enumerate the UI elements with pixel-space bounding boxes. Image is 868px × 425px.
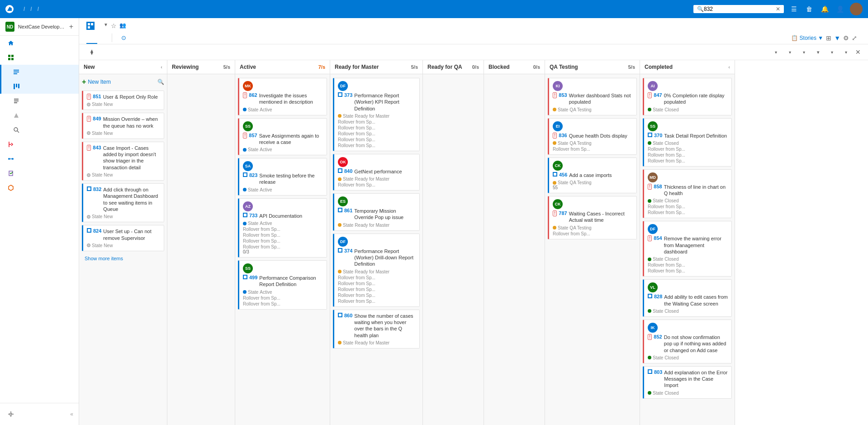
view-as-backlog-btn[interactable]: ⊙ bbox=[116, 32, 133, 44]
state-label: State bbox=[558, 180, 568, 185]
filter-icon[interactable]: ▼ bbox=[834, 34, 840, 42]
sidebar-item-pipelines[interactable] bbox=[0, 152, 79, 166]
filter-parent-work-item[interactable]: ▾ bbox=[840, 48, 851, 56]
table-row[interactable]: 860Show the number of cases waiting when… bbox=[333, 310, 420, 349]
story-icon bbox=[648, 133, 652, 138]
state-label: State bbox=[248, 187, 258, 192]
title-team-icon[interactable]: 👥 bbox=[119, 22, 126, 29]
show-more-link[interactable]: Show more items bbox=[82, 254, 164, 263]
state-value: Ready for Master bbox=[355, 114, 389, 119]
col-header-new: New‹ bbox=[79, 60, 167, 74]
tab-board[interactable] bbox=[86, 32, 97, 44]
sidebar-item-work-items[interactable] bbox=[0, 65, 79, 79]
sidebar-item-test-plans[interactable] bbox=[0, 166, 79, 181]
state-dot bbox=[338, 177, 342, 181]
col-body-rfm: DF373Performance Report (Worker) KPI Rep… bbox=[330, 74, 422, 425]
table-row[interactable]: MD!858Thickness of line in chart on Q he… bbox=[643, 169, 732, 219]
table-row[interactable]: EI!836Queue health Dots displayStateQA T… bbox=[548, 118, 637, 155]
settings-gear-icon[interactable]: ⚙ bbox=[843, 34, 849, 42]
filter-tags[interactable]: ▾ bbox=[797, 48, 809, 56]
chevron-down-icon: ▾ bbox=[817, 50, 819, 55]
card-id: 853 bbox=[559, 92, 567, 98]
sidebar-item-repos[interactable] bbox=[0, 137, 79, 152]
sidebar-item-boards[interactable] bbox=[0, 79, 79, 94]
table-row[interactable]: CK456Add a case importsStateQA Testing55 bbox=[548, 158, 637, 193]
table-row[interactable]: DF374Performance Report (Worker) Drill-d… bbox=[333, 234, 420, 307]
sidebar-item-queries[interactable] bbox=[0, 123, 79, 137]
filter-sprint[interactable]: ▾ bbox=[811, 48, 823, 56]
card-id: 858 bbox=[654, 184, 662, 189]
sidebar-item-project-settings[interactable]: « bbox=[0, 407, 79, 421]
sidebar-item-sprints[interactable] bbox=[0, 108, 79, 123]
table-row[interactable]: MK!862Investigate the issues mentioned i… bbox=[238, 78, 327, 115]
card-id: 851 bbox=[93, 94, 101, 99]
user-avatar[interactable] bbox=[850, 3, 863, 15]
table-row[interactable]: SA823Smoke testing before the releaseSta… bbox=[238, 158, 327, 196]
table-row[interactable]: !843Case Import - Cases added by import … bbox=[82, 142, 164, 181]
table-row[interactable]: 824User Set up - Can not remove Supervis… bbox=[82, 225, 164, 251]
query-icon bbox=[12, 126, 20, 134]
state-label: State bbox=[343, 223, 353, 228]
svg-rect-2 bbox=[11, 55, 14, 57]
nav-list-icon[interactable]: ☰ bbox=[788, 4, 799, 14]
search-new-icon[interactable]: 🔍 bbox=[157, 79, 164, 85]
filter-clear-icon[interactable]: ✕ bbox=[855, 48, 861, 56]
table-row[interactable]: ES861Temporary Mission Override Pop up i… bbox=[333, 193, 420, 231]
rollover-item: Rollover from Sp... bbox=[338, 125, 416, 130]
title-star-icon[interactable]: ☆ bbox=[111, 22, 117, 29]
svg-rect-22 bbox=[88, 26, 90, 29]
table-row[interactable]: SS499Performance Comparison Report Defin… bbox=[238, 260, 327, 310]
table-row[interactable]: AZ733API DocumentationStateActiveRollove… bbox=[238, 198, 327, 258]
col-label-completed: Completed bbox=[645, 64, 673, 70]
title-dropdown-icon[interactable]: ▼ bbox=[104, 22, 108, 29]
sidebar-item-artifacts[interactable] bbox=[0, 181, 79, 195]
col-count-qa: 5/s bbox=[628, 64, 635, 70]
col-collapse-completed[interactable]: ‹ bbox=[728, 64, 730, 70]
fullscreen-icon[interactable]: ⤢ bbox=[852, 34, 857, 42]
add-project-icon[interactable]: + bbox=[69, 23, 73, 31]
nav-bell-icon[interactable]: 🔔 bbox=[819, 4, 830, 14]
nav-trash-icon[interactable]: 🗑 bbox=[804, 4, 815, 14]
sidebar-org[interactable]: ND NextCase Development + bbox=[0, 18, 79, 36]
table-row[interactable]: !851User & Report Only RoleStateNew bbox=[82, 91, 164, 110]
state-label: State bbox=[248, 290, 258, 295]
table-row[interactable]: CK!787Waiting Cases - Incorrect Actual w… bbox=[548, 196, 637, 239]
table-row[interactable]: !849Mission Override – when the queue ha… bbox=[82, 113, 164, 139]
table-row[interactable]: VL828Add ability to edit cases from the … bbox=[643, 279, 732, 317]
state-value: Closed bbox=[664, 391, 678, 396]
sidebar-item-backlogs[interactable] bbox=[0, 94, 79, 108]
svg-rect-21 bbox=[91, 23, 93, 25]
filter-area[interactable]: ▾ bbox=[825, 48, 837, 56]
new-item-button[interactable]: +New Item🔍 bbox=[82, 78, 164, 86]
table-row[interactable]: 803Add explanation on the Error Messages… bbox=[643, 366, 732, 399]
filter-assigned-to[interactable]: ▾ bbox=[783, 48, 795, 56]
col-collapse-new[interactable]: ‹ bbox=[161, 64, 162, 70]
view-options-icon[interactable]: ⊞ bbox=[826, 34, 831, 42]
sidebar-item-boards-group[interactable] bbox=[0, 50, 79, 65]
filter-types[interactable]: ▾ bbox=[769, 48, 781, 56]
avatar: IK bbox=[648, 323, 658, 333]
filter-keyword-btn[interactable]: ⧫ bbox=[86, 47, 100, 57]
stories-filter[interactable]: 📋 Stories ▼ bbox=[791, 35, 823, 41]
nav-person-icon[interactable]: 👤 bbox=[835, 4, 845, 14]
tab-analytics[interactable] bbox=[97, 32, 108, 44]
table-row[interactable]: AI!8470% Completion rate display populat… bbox=[643, 78, 732, 115]
state-value: New bbox=[104, 214, 113, 219]
search-clear-icon[interactable]: ✕ bbox=[776, 6, 780, 12]
table-row[interactable]: OK840GetNext performanceStateReady for M… bbox=[333, 154, 420, 191]
avatar: OK bbox=[338, 157, 348, 167]
collapse-sidebar-icon[interactable]: « bbox=[70, 411, 73, 417]
table-row[interactable]: DF373Performance Report (Worker) KPI Rep… bbox=[333, 78, 420, 151]
sidebar-item-overview[interactable] bbox=[0, 36, 79, 50]
table-row[interactable]: 832Add click through on Management Dashb… bbox=[82, 183, 164, 222]
top-nav: / / / 🔍 ✕ ☰ 🗑 🔔 👤 bbox=[0, 0, 868, 18]
table-row[interactable]: SS370Task Detail Report DefinitionStateC… bbox=[643, 118, 732, 167]
col-body-active: MK!862Investigate the issues mentioned i… bbox=[235, 74, 330, 425]
table-row[interactable]: SS!857Save Assignments again to receive … bbox=[238, 118, 327, 156]
search-input[interactable] bbox=[704, 6, 776, 12]
card-title: Queue health Dots display bbox=[569, 133, 627, 139]
table-row[interactable]: DF!854Remove the warning error from Mana… bbox=[643, 221, 732, 277]
state-dot bbox=[87, 131, 90, 135]
table-row[interactable]: KI!853Worker dashboard Stats not populat… bbox=[548, 78, 637, 115]
table-row[interactable]: IK!852Do not show confirmation pop up if… bbox=[643, 320, 732, 363]
